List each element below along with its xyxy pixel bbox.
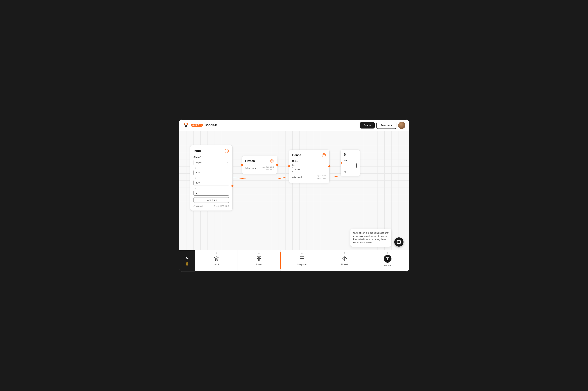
tensorflow-icon	[224, 148, 229, 153]
up-arrow-icon: ▲	[387, 252, 389, 254]
flatten-output-info: Output : 49152	[261, 168, 274, 171]
shape-select-wrapper[interactable]: Tuple ▾	[194, 160, 229, 165]
dense-output-port[interactable]	[328, 165, 331, 167]
bottom-toolbar: ➤ ✋ ▲ Input ▲ Layer	[179, 250, 409, 271]
app-title: ModeX	[205, 123, 217, 127]
dense-advanced-toggle[interactable]: Advanced ▾	[292, 176, 303, 178]
cursor-icon: ➤	[186, 256, 189, 261]
up-arrow-icon: ▲	[301, 252, 303, 254]
chevron-down-icon: ▾	[204, 205, 205, 207]
input-node-title: Input	[194, 149, 201, 153]
dense-node: Dense Units Int Advanced ▾ Input : 49152…	[289, 150, 330, 183]
cursor-tool-button[interactable]: ➤ ✋	[179, 250, 195, 271]
shape-select[interactable]: Tuple	[194, 160, 229, 165]
toolbar-item-integrate[interactable]: ▲ Integrate	[281, 250, 323, 271]
node-title-row: Input	[194, 148, 229, 153]
integrate-icon	[299, 256, 305, 262]
dense2-title-row: D	[344, 153, 357, 156]
feedback-button[interactable]: Feedback	[376, 122, 396, 129]
version-badge: v0.1.2 Beta	[191, 124, 203, 127]
toolbar-item-layer[interactable]: ▲ Layer	[238, 250, 280, 271]
fab-button[interactable]	[394, 237, 403, 247]
chevron-down-icon: ▾	[227, 162, 228, 164]
toolbar-item-input[interactable]: ▲ Input	[195, 250, 238, 271]
svg-rect-14	[300, 259, 302, 261]
flatten-footer: Advanced ▾ Input : [128,128,3] Output : …	[245, 166, 274, 171]
header: v0.1.2 Beta ModeX Share Feedback	[179, 120, 409, 131]
up-arrow-icon: ▲	[258, 252, 260, 254]
toast-close-button[interactable]: ✕	[387, 231, 389, 234]
flatten-node-title: Flatten	[245, 159, 255, 163]
node-footer: Advanced ▾ Output : [128,128,3]	[194, 205, 229, 207]
shape-input-2[interactable]	[194, 180, 229, 186]
toast-message: Our platform is in the beta phase and mi…	[353, 232, 388, 244]
grid-icon	[256, 256, 262, 262]
avatar-image	[398, 122, 405, 129]
app-container: v0.1.2 Beta ModeX Share Feedback Input	[179, 119, 409, 272]
tensorflow-icon	[270, 159, 274, 163]
units-label: Units	[292, 160, 326, 162]
share-button[interactable]: Share	[360, 122, 375, 128]
dense-footer: Advanced ▾ Input : 49152 Output : 3000	[292, 175, 326, 180]
chevron-down-icon: ▾	[255, 167, 256, 170]
toolbar-preset-label: Preset	[341, 263, 348, 266]
flatten-input-info: Input : [128,128,3]	[261, 166, 274, 168]
svg-rect-12	[300, 257, 302, 259]
advanced-toggle[interactable]: Advanced ▾	[194, 205, 205, 207]
dense2-node-title: D	[344, 153, 346, 156]
shape-input-1[interactable]	[194, 170, 229, 175]
tensorflow-icon	[322, 153, 326, 158]
output-info: Output : [128,128,3]	[214, 205, 229, 207]
fab-icon	[397, 240, 401, 244]
svg-point-4	[185, 126, 187, 127]
dense-node-title: Dense	[292, 153, 301, 157]
hand-icon: ✋	[185, 262, 189, 266]
int-label-3: Int	[194, 187, 229, 189]
svg-rect-8	[257, 257, 259, 258]
up-arrow-icon: ▲	[344, 252, 346, 254]
advanced-label: Advanced	[292, 176, 302, 178]
header-actions: Share Feedback	[360, 122, 405, 129]
input-node: Input Shape* Tuple ▾ Int Int Int + Add	[190, 145, 233, 211]
shape-label: Shape*	[194, 156, 229, 158]
toolbar-item-preset[interactable]: ▲ Preset	[323, 250, 366, 271]
advanced-label: Advanced	[194, 205, 203, 207]
flatten-advanced-toggle[interactable]: Advanced ▾	[245, 167, 256, 170]
dense2-footer: Ad	[344, 171, 357, 173]
flatten-output-port[interactable]	[276, 164, 278, 166]
flatten-node: Flatten Advanced ▾ Input : [128,128,3] O…	[242, 156, 277, 174]
svg-rect-9	[259, 257, 261, 258]
flatten-input-port[interactable]	[241, 164, 243, 166]
up-arrow-icon: ▲	[216, 252, 217, 254]
shape-input-3[interactable]	[194, 190, 229, 196]
flatten-io-labels: Input : [128,128,3] Output : 49152	[261, 166, 274, 171]
avatar[interactable]	[398, 122, 405, 129]
dense2-units-label: Un	[344, 159, 357, 161]
dense2-units-input[interactable]	[344, 163, 357, 168]
dense2-node: D Un Ad	[341, 150, 360, 176]
preset-icon	[342, 256, 348, 262]
dense2-input-port[interactable]	[341, 162, 342, 164]
app-logo	[183, 122, 189, 128]
units-int-label: Int	[292, 164, 326, 166]
layers-icon	[214, 256, 219, 262]
output-port[interactable]	[231, 185, 234, 187]
int-label-2: Int	[194, 177, 229, 179]
toast-notification: ✕ Our platform is in the beta phase and …	[351, 229, 391, 247]
toolbar-input-label: Input	[214, 263, 219, 266]
svg-rect-10	[257, 259, 259, 261]
dense-io-labels: Input : 49152 Output : 3000	[317, 175, 326, 180]
dense-output-info: Output : 3000	[317, 177, 326, 180]
toolbar-item-export[interactable]: ▲ Export	[366, 250, 409, 271]
chevron-down-icon: ▾	[302, 176, 303, 178]
dense-input-port[interactable]	[288, 165, 290, 167]
toolbar-export-label: Export	[384, 264, 391, 267]
logo-area: v0.1.2 Beta ModeX	[183, 122, 217, 128]
units-input[interactable]	[292, 167, 326, 172]
dense-title-row: Dense	[292, 153, 326, 158]
svg-rect-11	[259, 259, 261, 261]
toolbar-integrate-label: Integrate	[297, 263, 306, 266]
int-label-1: Int	[194, 167, 229, 169]
flatten-title-row: Flatten	[245, 159, 274, 163]
add-entry-button[interactable]: + Add Entry	[194, 197, 229, 203]
